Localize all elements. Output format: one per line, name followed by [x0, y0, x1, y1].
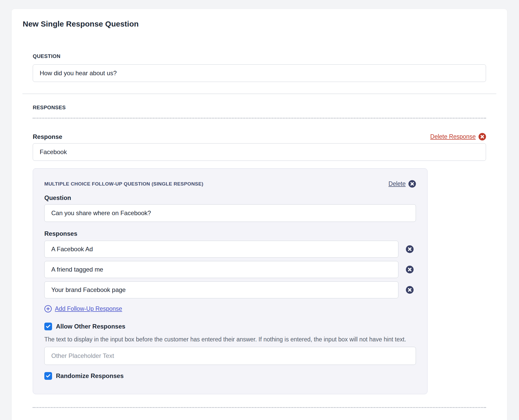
- checkmark-icon: [46, 373, 51, 379]
- x-circle-navy-icon: [406, 286, 414, 294]
- question-section-label: QUESTION: [33, 53, 486, 59]
- response-header-row: Response Delete Response: [33, 133, 486, 140]
- remove-followup-response-button-3[interactable]: [406, 286, 414, 294]
- followup-response-row: [44, 281, 416, 298]
- randomize-checkbox[interactable]: [44, 372, 52, 380]
- followup-response-row: [44, 241, 416, 258]
- followup-panel-header: MULTIPLE CHOICE FOLLOW-UP QUESTION (SING…: [44, 180, 416, 188]
- followup-panel: MULTIPLE CHOICE FOLLOW-UP QUESTION (SING…: [33, 168, 428, 394]
- plus-circle-icon[interactable]: [44, 305, 52, 313]
- remove-followup-response-button-2[interactable]: [406, 266, 414, 273]
- followup-response-row: [44, 261, 416, 278]
- question-section: QUESTION: [12, 53, 507, 82]
- randomize-label: Randomize Responses: [56, 372, 124, 380]
- x-circle-navy-icon: [406, 266, 414, 273]
- x-circle-navy-icon[interactable]: [408, 180, 416, 188]
- x-circle-navy-icon: [406, 245, 414, 253]
- delete-followup-label: Delete: [389, 180, 406, 187]
- checkmark-icon: [46, 324, 51, 329]
- followup-question-label: Question: [44, 194, 416, 201]
- other-placeholder-hint: The text to display in the input box bef…: [44, 335, 413, 344]
- question-input[interactable]: [33, 64, 486, 82]
- allow-other-row: Allow Other Responses: [44, 323, 416, 330]
- followup-panel-title: MULTIPLE CHOICE FOLLOW-UP QUESTION (SING…: [44, 181, 203, 187]
- delete-response-link[interactable]: Delete Response: [430, 133, 486, 140]
- page-title: New Single Response Question: [23, 19, 507, 29]
- other-placeholder-input[interactable]: [44, 347, 416, 365]
- add-followup-response-label: Add Follow-Up Response: [55, 305, 122, 312]
- dotted-divider-bottom: [33, 407, 486, 408]
- response-value-input[interactable]: [33, 143, 486, 161]
- followup-responses-label: Responses: [44, 230, 416, 237]
- delete-followup-link[interactable]: Delete: [389, 180, 416, 188]
- response-label: Response: [33, 133, 62, 140]
- randomize-row: Randomize Responses: [44, 372, 416, 380]
- section-divider: [22, 94, 496, 94]
- allow-other-checkbox[interactable]: [44, 323, 52, 330]
- responses-section-label: RESPONSES: [33, 105, 486, 111]
- delete-response-label: Delete Response: [430, 133, 476, 140]
- followup-response-input-2[interactable]: [44, 261, 398, 278]
- question-editor-card: New Single Response Question QUESTION RE…: [12, 9, 507, 420]
- dotted-divider-top: [33, 118, 486, 119]
- add-followup-response-link[interactable]: Add Follow-Up Response: [44, 305, 122, 313]
- followup-question-input[interactable]: [44, 204, 416, 222]
- x-circle-red-icon[interactable]: [479, 133, 486, 140]
- followup-response-input-3[interactable]: [44, 281, 398, 298]
- allow-other-label: Allow Other Responses: [56, 323, 125, 330]
- followup-response-input-1[interactable]: [44, 241, 398, 258]
- remove-followup-response-button-1[interactable]: [406, 245, 414, 253]
- responses-section: RESPONSES Response Delete Response MULTI…: [12, 105, 507, 408]
